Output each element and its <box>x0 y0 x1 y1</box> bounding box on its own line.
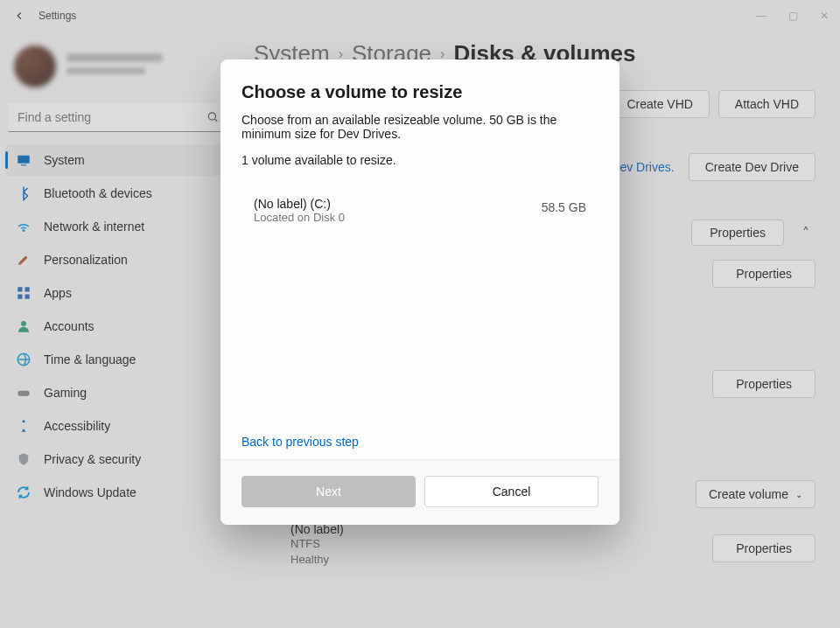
volume-option-location: Located on Disk 0 <box>254 211 345 224</box>
dialog-footer: Next Cancel <box>220 459 620 525</box>
volume-option[interactable]: (No label) (C:) Located on Disk 0 58.5 G… <box>242 179 598 231</box>
resize-dialog: Choose a volume to resize Choose from an… <box>220 59 620 525</box>
dialog-title: Choose a volume to resize <box>242 82 598 102</box>
modal-overlay: Choose a volume to resize Choose from an… <box>0 0 840 628</box>
next-button[interactable]: Next <box>242 476 416 507</box>
volume-option-size: 58.5 GB <box>542 197 586 214</box>
dialog-description: Choose from an available resizeable volu… <box>242 113 598 141</box>
volume-option-name: (No label) (C:) <box>254 197 345 211</box>
cancel-button[interactable]: Cancel <box>424 476 598 507</box>
back-to-previous-link[interactable]: Back to previous step <box>242 435 359 449</box>
dialog-count: 1 volume available to resize. <box>242 153 598 167</box>
